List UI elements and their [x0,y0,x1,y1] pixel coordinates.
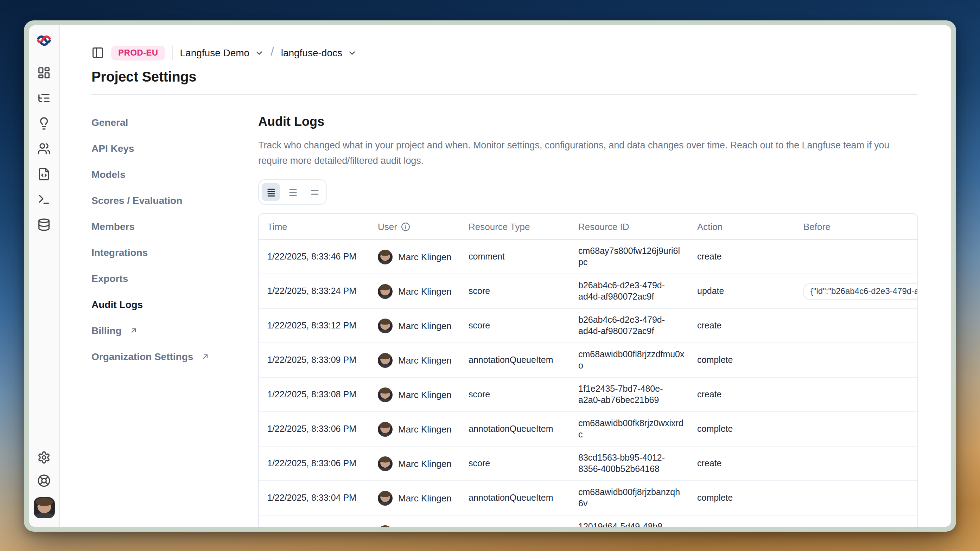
rail-item-users[interactable] [33,142,54,156]
chevron-down-icon [347,48,356,57]
cell-before [795,384,917,405]
cell-resource-type: score [460,280,570,302]
user-name: Marc Klingen [398,458,452,469]
cell-resource-type: score [460,453,570,474]
user-avatar-thumb [378,491,393,505]
settings-nav-item-scores-evaluation[interactable]: Scores / Evaluation [91,195,258,206]
settings-nav-item-label: Integrations [91,247,148,258]
sidebar-toggle-button[interactable] [91,46,104,59]
settings-nav-item-label: Organization Settings [91,351,193,362]
lightbulb-icon [37,117,51,130]
table-row: 1/22/2025, 8:33:24 PMMarc Klingenscoreb2… [259,274,917,309]
cell-resource-id: b26ab4c6-d2e3-479d-ad4d-af980072ac9f [570,274,689,308]
cell-before [795,521,917,527]
cell-action: complete [689,349,795,371]
table-header-row: Time User Resource Type Resource ID Acti… [259,214,917,240]
settings-nav-item-integrations[interactable]: Integrations [91,247,258,258]
rail-item-tracing[interactable] [33,91,54,105]
settings-nav-item-billing[interactable]: Billing [91,325,258,336]
cell-time: 1/22/2025, 8:33:24 PM [259,280,369,302]
external-link-icon [129,326,138,335]
cell-resource-id: cm68awidb00fk8rjz0wxixrdc [570,412,689,446]
user-name: Marc Klingen [398,493,452,503]
settings-nav-item-members[interactable]: Members [91,221,258,232]
cell-time: 1/22/2025, 8:33:06 PM [259,418,369,440]
cell-user: Marc Klingen [369,383,460,406]
cell-user: Marc Klingen [369,279,460,303]
cell-user: Marc Klingen [369,486,460,510]
user-avatar-thumb [378,456,393,471]
cell-before [795,487,917,509]
cell-action: update [689,280,795,302]
before-json-peek[interactable]: {"id":"b26ab4c6-d2e3-479d-a [803,283,918,299]
external-link-icon [201,353,209,361]
audit-logs-section: Audit Logs Track who changed what in you… [258,95,918,527]
cell-before: {"id":"b26ab4c6-d2e3-479d-a [795,279,917,303]
cell-before [795,453,917,474]
rail-item-support[interactable] [33,474,54,487]
icon-rail [29,25,60,527]
cell-resource-id: 12019d64-5d49-48b8-8f32-5e0b831a8bb9 [570,516,689,527]
langfuse-app: PROD-EU Langfuse Demo / langfuse-docs Pr… [29,25,951,527]
rail-item-database[interactable] [33,218,54,231]
chevron-down-icon [255,48,264,57]
cell-resource-id: b26ab4c6-d2e3-479d-ad4d-af980072ac9f [570,309,689,343]
cell-action: complete [689,418,795,440]
row-height-toggle-group [258,179,327,205]
settings-nav-item-organization-settings[interactable]: Organization Settings [91,351,258,362]
column-header-time: Time [259,214,369,239]
settings-nav-item-exports[interactable]: Exports [91,273,258,284]
cell-before [795,418,917,440]
dashboard-grid-icon [37,66,51,79]
cell-resource-id: cm68awidb00fj8rjzbanzqh6v [570,481,689,515]
table-row: 1/22/2025, 8:33:12 PMMarc Klingenscoreb2… [259,309,917,343]
cell-user: Marc Klingen [369,314,460,337]
section-description: Track who changed what in your project a… [258,138,918,169]
org-selector[interactable]: Langfuse Demo [180,47,264,58]
main-area: PROD-EU Langfuse Demo / langfuse-docs Pr… [60,25,951,527]
rail-item-playground[interactable] [33,193,54,206]
environment-badge: PROD-EU [111,45,165,60]
user-name: Marc Klingen [398,286,452,297]
table-row: 1/22/2025, 8:33:08 PMMarc Klingenscore1f… [259,378,917,412]
table-body: 1/22/2025, 8:33:46 PMMarc Klingencomment… [259,240,917,527]
column-header-user: User [369,214,460,239]
cell-user: Marc Klingen [369,348,460,372]
settings-body: GeneralAPI KeysModelsScores / Evaluation… [60,95,951,527]
cell-action: create [689,384,795,405]
table-row: 1/22/2025, 8:33:03 PMMarc Klingenscore12… [259,516,917,527]
cell-action: create [689,315,795,337]
section-heading: Audit Logs [258,114,918,129]
langfuse-logo-icon [36,34,52,48]
cell-time: 1/22/2025, 8:33:46 PM [259,246,369,268]
user-avatar-thumb [378,318,393,333]
table-row: 1/22/2025, 8:33:04 PMMarc Klingenannotat… [259,481,917,516]
column-header-action: Action [689,214,795,239]
database-icon [37,218,51,231]
row-height-medium-button[interactable] [283,183,302,201]
breadcrumb-divider [172,46,173,60]
row-height-compact-button[interactable] [262,183,280,201]
rail-item-settings[interactable] [33,451,54,464]
settings-nav-item-api-keys[interactable]: API Keys [91,143,258,154]
column-header-resource-id: Resource ID [570,214,689,239]
settings-nav-item-general[interactable]: General [91,117,258,128]
cell-user: Marc Klingen [369,418,460,441]
rail-item-datasets[interactable] [33,167,54,181]
rail-item-dashboard[interactable] [33,66,54,79]
project-selector[interactable]: langfuse-docs [281,47,356,58]
settings-gear-icon [37,451,51,464]
cell-resource-type: annotationQueueItem [460,487,570,509]
user-name: Marc Klingen [398,320,452,331]
settings-nav-item-audit-logs[interactable]: Audit Logs [91,299,258,310]
settings-nav-item-models[interactable]: Models [91,169,258,180]
user-avatar[interactable] [33,497,54,518]
cell-time: 1/22/2025, 8:33:09 PM [259,349,369,371]
page-title: Project Settings [91,69,918,85]
breadcrumb: PROD-EU Langfuse Demo / langfuse-docs [91,44,918,61]
row-height-tall-button[interactable] [305,183,324,201]
cell-resource-type: comment [460,246,570,268]
rail-item-prompts[interactable] [33,117,54,130]
rail-bottom-group [33,451,54,518]
life-buoy-icon [37,474,51,487]
